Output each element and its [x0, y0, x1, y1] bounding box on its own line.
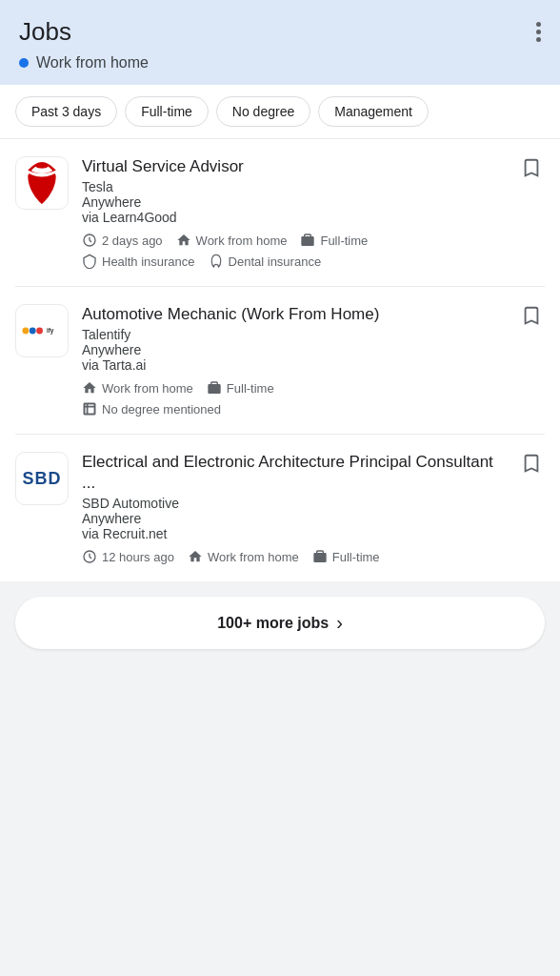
job-info-2: Automotive Mechanic (Work From Home) Tal… — [82, 304, 545, 417]
bookmark-button-3[interactable] — [518, 450, 545, 477]
svg-text:T: T — [41, 165, 44, 170]
filter-chip-management[interactable]: Management — [318, 96, 429, 127]
tooth-icon — [209, 254, 224, 269]
job-title-1: Virtual Service Advisor — [82, 156, 545, 177]
job-title-3: Electrical and Electronic Architecture P… — [82, 452, 545, 494]
page-title: Jobs — [19, 17, 71, 47]
svg-point-4 — [36, 328, 43, 335]
shield-icon — [82, 254, 97, 269]
more-options-button[interactable] — [536, 22, 541, 42]
job-card-3[interactable]: SBD Electrical and Electronic Architectu… — [15, 435, 545, 581]
location-2: Anywhere — [82, 342, 545, 357]
location-3: Anywhere — [82, 511, 545, 526]
jobs-list: T Virtual Service Advisor Tesla Anywhere… — [0, 139, 560, 581]
work-type-1: Work from home — [176, 233, 288, 248]
more-jobs-section: 100+ more jobs › — [0, 581, 560, 668]
bookmark-button-2[interactable] — [518, 302, 545, 329]
job-tags-1: Health insurance Dental insurance — [82, 254, 545, 269]
job-tags-2: No degree mentioned — [82, 401, 545, 417]
employment-type-3: Full-time — [312, 549, 380, 564]
filter-dot — [19, 58, 29, 68]
search-filter-badge: Work from home — [19, 54, 541, 71]
header: Jobs Work from home — [0, 0, 560, 85]
briefcase-icon-2 — [207, 380, 222, 396]
via-2: via Tarta.ai — [82, 357, 545, 373]
clock-icon — [82, 233, 97, 248]
filter-label: Work from home — [36, 54, 149, 71]
company-logo-talentify: ify — [15, 304, 69, 357]
tag-health: Health insurance — [82, 254, 195, 269]
company-logo-sbd: SBD — [15, 452, 69, 505]
job-card-1[interactable]: T Virtual Service Advisor Tesla Anywhere… — [15, 139, 545, 287]
company-name-3: SBD Automotive — [82, 496, 545, 511]
time-ago-1: 2 days ago — [82, 233, 163, 248]
location-1: Anywhere — [82, 194, 545, 210]
sbd-logo-text: SBD — [22, 469, 61, 489]
tag-dental: Dental insurance — [209, 254, 322, 269]
bookmark-button-1[interactable] — [518, 154, 545, 181]
briefcase-icon-3 — [312, 549, 328, 564]
via-1: via Learn4Good — [82, 210, 545, 225]
more-jobs-label: 100+ more jobs — [217, 615, 329, 632]
employment-type-2: Full-time — [207, 380, 274, 396]
work-type-2: Work from home — [82, 380, 193, 396]
home-icon-3 — [188, 549, 203, 564]
book-icon — [82, 401, 97, 417]
tag-nodegree: No degree mentioned — [82, 401, 221, 417]
company-name-2: Talentify — [82, 327, 545, 342]
more-jobs-arrow: › — [336, 612, 343, 634]
more-jobs-button[interactable]: 100+ more jobs › — [15, 597, 545, 649]
time-ago-3: 12 hours ago — [82, 549, 174, 564]
clock-icon-3 — [82, 549, 97, 564]
svg-point-3 — [30, 328, 36, 335]
svg-rect-6 — [84, 403, 95, 415]
svg-point-2 — [22, 328, 29, 335]
company-logo-tesla: T — [15, 156, 69, 210]
via-3: via Recruit.net — [82, 526, 545, 541]
work-type-3: Work from home — [188, 549, 299, 564]
job-title-2: Automotive Mechanic (Work From Home) — [82, 304, 545, 325]
filter-chip-past3days[interactable]: Past 3 days — [15, 96, 117, 127]
briefcase-icon — [300, 233, 315, 248]
home-icon — [176, 233, 191, 248]
home-icon-2 — [82, 380, 97, 396]
svg-text:ify: ify — [47, 328, 54, 336]
filter-chips: Past 3 days Full-time No degree Manageme… — [0, 85, 560, 139]
filter-chip-fulltime[interactable]: Full-time — [125, 96, 209, 127]
job-info-3: Electrical and Electronic Architecture P… — [82, 452, 545, 564]
employment-type-1: Full-time — [300, 233, 368, 248]
job-info-1: Virtual Service Advisor Tesla Anywhere v… — [82, 156, 545, 269]
filter-chip-nodegree[interactable]: No degree — [216, 96, 310, 127]
company-name-1: Tesla — [82, 179, 545, 194]
job-card-2[interactable]: ify Automotive Mechanic (Work From Home)… — [15, 287, 545, 435]
